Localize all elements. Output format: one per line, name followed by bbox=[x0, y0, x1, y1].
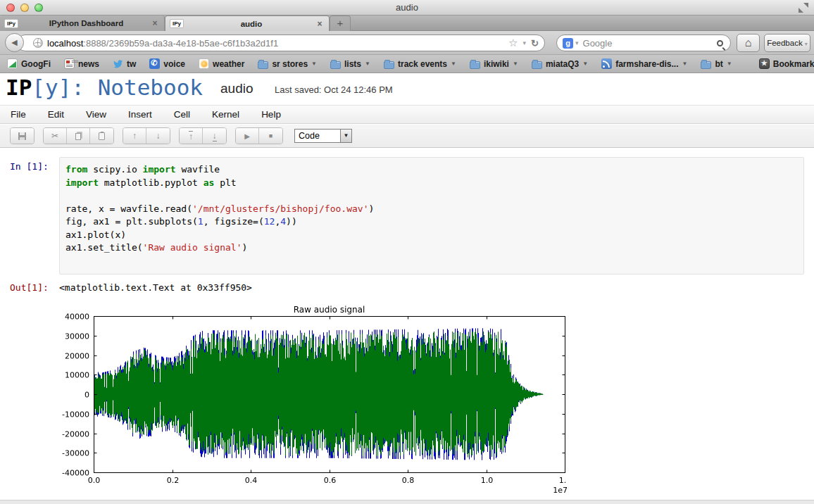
tab-label: IPython Dashboard bbox=[23, 19, 150, 27]
insert-cell-above-button[interactable]: ↑ bbox=[180, 128, 203, 144]
bookmarks-bar: GoogFi news tw voice weather sr stores▼ … bbox=[0, 55, 814, 73]
home-button[interactable]: ⌂ bbox=[737, 34, 760, 52]
logo-ip: IP bbox=[6, 75, 32, 100]
url-bar[interactable]: localhost:8888/2369b59a-da3a-4e18-b5ae-c… bbox=[17, 34, 545, 51]
code-line: import matplotlib.pyplot as plt bbox=[65, 177, 798, 190]
menu-cell[interactable]: Cell bbox=[174, 109, 190, 120]
bookmark-news[interactable]: news bbox=[64, 58, 99, 69]
waveform-plot-canvas bbox=[60, 304, 567, 497]
menu-insert[interactable]: Insert bbox=[128, 109, 152, 120]
move-cell-down-button[interactable]: ↓ bbox=[146, 128, 170, 144]
bookmark-folder-miataq3[interactable]: miataQ3▼ bbox=[532, 59, 588, 69]
move-cell-up-button[interactable]: ↑ bbox=[123, 128, 146, 144]
bookmark-folder-bt[interactable]: bt▼ bbox=[701, 59, 732, 69]
copy-cell-button[interactable] bbox=[67, 128, 90, 144]
bookmark-label: farmshare-dis... bbox=[615, 59, 678, 69]
bookmark-label: lists bbox=[344, 59, 361, 69]
code-line: from scipy.io import wavfile bbox=[65, 163, 798, 177]
stop-icon: ■ bbox=[269, 132, 273, 139]
bookmark-farmshare[interactable]: farmshare-dis...▼ bbox=[601, 58, 687, 69]
bookmark-label: tw bbox=[127, 59, 136, 69]
bookmark-folder-sr-stores[interactable]: sr stores▼ bbox=[258, 59, 317, 69]
folder-icon bbox=[470, 61, 480, 69]
bookmark-tw[interactable]: tw bbox=[113, 58, 136, 69]
google-logo-icon[interactable]: g bbox=[563, 38, 573, 49]
bookmark-label: ikiwiki bbox=[484, 59, 509, 69]
bookmark-star-icon[interactable]: ☆ bbox=[508, 37, 518, 49]
arrow-down-to-bar-icon: ↓ bbox=[213, 131, 217, 141]
paste-cell-button[interactable] bbox=[90, 128, 113, 144]
matplotlib-figure bbox=[60, 304, 567, 497]
menu-help[interactable]: Help bbox=[261, 109, 281, 120]
chevron-down-icon: ▼ bbox=[582, 61, 588, 67]
notebook-menubar: File Edit View Insert Cell Kernel Help bbox=[0, 105, 814, 124]
bookmark-label: GoogFi bbox=[21, 59, 51, 69]
chevron-down-icon: ▼ bbox=[311, 61, 317, 67]
url-host: localhost bbox=[47, 38, 83, 49]
fullscreen-icon[interactable] bbox=[799, 3, 808, 13]
twitter-icon bbox=[113, 58, 123, 69]
chart-icon bbox=[7, 58, 18, 69]
cell-type-value: Code bbox=[295, 131, 340, 141]
bookmark-folder-track-events[interactable]: track events▼ bbox=[384, 59, 456, 69]
news-icon bbox=[64, 58, 75, 69]
code-cell-input[interactable]: from scipy.io import wavfileimport matpl… bbox=[59, 157, 804, 275]
save-button[interactable] bbox=[11, 128, 34, 144]
phone-icon bbox=[149, 58, 160, 69]
bookmark-folder-lists[interactable]: lists▼ bbox=[330, 59, 370, 69]
tab-ipython-dashboard[interactable]: IPy IPython Dashboard × bbox=[0, 15, 165, 31]
browser-navigation-bar: ◄ localhost:8888/2369b59a-da3a-4e18-b5ae… bbox=[0, 31, 814, 55]
menu-view[interactable]: View bbox=[86, 109, 106, 120]
cell-type-select[interactable]: Code ▼ bbox=[294, 129, 352, 143]
bookmarks-menu-button[interactable]: Bookmarks▼ bbox=[759, 58, 814, 69]
arrow-up-icon: ↑ bbox=[132, 131, 137, 141]
window-titlebar: audio bbox=[0, 0, 814, 15]
menu-file[interactable]: File bbox=[11, 109, 26, 120]
close-tab-icon[interactable]: × bbox=[150, 18, 160, 28]
code-line: ax1.set_title('Raw audio signal') bbox=[65, 241, 798, 255]
menu-edit[interactable]: Edit bbox=[48, 109, 64, 120]
window-title: audio bbox=[0, 2, 814, 13]
notebook-toolbar: ✂ ↑ ↓ ↑ ↓ ▶ ■ Code ▼ bbox=[0, 125, 814, 148]
reload-icon[interactable]: ↻ bbox=[531, 38, 539, 49]
run-cell-button[interactable]: ▶ bbox=[236, 128, 259, 144]
notebook-title[interactable]: audio bbox=[220, 81, 253, 96]
close-tab-icon[interactable]: × bbox=[315, 19, 325, 29]
browser-tab-bar: IPy IPython Dashboard × IPy audio × + bbox=[0, 15, 814, 31]
search-input[interactable]: g ▾ Google bbox=[556, 34, 731, 51]
chevron-down-icon: ▾ bbox=[805, 41, 808, 47]
bookmark-label: weather bbox=[213, 59, 244, 69]
bookmark-label: track events bbox=[398, 59, 447, 69]
bookmark-voice[interactable]: voice bbox=[149, 58, 185, 69]
search-icon[interactable] bbox=[717, 40, 723, 46]
star-icon bbox=[759, 58, 770, 69]
new-tab-button[interactable]: + bbox=[330, 15, 351, 31]
scissors-icon: ✂ bbox=[51, 131, 58, 141]
chevron-down-icon[interactable]: ▾ bbox=[523, 39, 527, 46]
arrow-up-to-bar-icon: ↑ bbox=[189, 131, 193, 141]
bookmark-folder-ikiwiki[interactable]: ikiwiki▼ bbox=[470, 59, 518, 69]
output-prompt: Out[1]: bbox=[10, 282, 49, 293]
ipython-logo[interactable]: IP[y]: Notebook bbox=[6, 75, 203, 100]
interrupt-kernel-button[interactable]: ■ bbox=[259, 128, 282, 144]
back-button[interactable]: ◄ bbox=[5, 33, 24, 52]
menu-kernel[interactable]: Kernel bbox=[212, 109, 239, 120]
cut-cell-button[interactable]: ✂ bbox=[44, 128, 67, 144]
chevron-down-icon: ▼ bbox=[682, 61, 688, 67]
logo-y: [y]: bbox=[32, 75, 84, 100]
url-path: :8888/2369b59a-da3a-4e18-b5ae-c6f1b3a2d1… bbox=[83, 38, 278, 49]
rss-icon bbox=[601, 58, 612, 69]
chevron-down-icon[interactable]: ▾ bbox=[575, 39, 579, 46]
bookmarks-menu-label: Bookmarks bbox=[773, 59, 814, 69]
url-text[interactable]: localhost:8888/2369b59a-da3a-4e18-b5ae-c… bbox=[47, 38, 508, 49]
bookmark-googfi[interactable]: GoogFi bbox=[7, 58, 51, 69]
code-line: ax1.plot(x) bbox=[65, 229, 798, 242]
tab-audio[interactable]: IPy audio × bbox=[165, 15, 330, 31]
play-icon: ▶ bbox=[244, 132, 250, 140]
chevron-down-icon: ▼ bbox=[340, 130, 351, 142]
feedback-button[interactable]: Feedback ▾ bbox=[764, 34, 810, 52]
feedback-label: Feedback bbox=[767, 39, 803, 47]
bookmark-weather[interactable]: weather bbox=[199, 58, 244, 69]
bookmark-label: voice bbox=[163, 59, 185, 69]
insert-cell-below-button[interactable]: ↓ bbox=[203, 128, 226, 144]
